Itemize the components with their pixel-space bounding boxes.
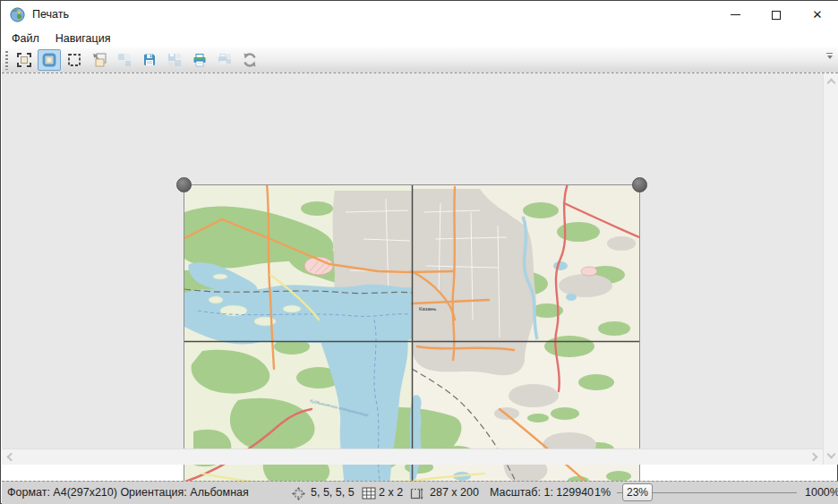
- menu-file[interactable]: Файл: [4, 30, 47, 47]
- refresh-button[interactable]: [238, 49, 261, 71]
- horizontal-scrollbar[interactable]: [2, 448, 823, 465]
- move-frame-button[interactable]: [88, 49, 111, 71]
- selection-icon: [66, 52, 82, 68]
- refresh-icon: [242, 52, 258, 68]
- move-frame-icon: [91, 52, 107, 68]
- titlebar: Печать ✕: [2, 1, 838, 29]
- grid-icon: [362, 487, 376, 500]
- print-window: Печать ✕ Файл Навигация: [0, 0, 838, 504]
- tiles-button[interactable]: [113, 49, 136, 71]
- close-icon: ✕: [812, 9, 822, 21]
- zoom-max-label: 1000%: [805, 486, 838, 499]
- globe-icon: [10, 7, 25, 22]
- save-button[interactable]: [138, 49, 161, 71]
- print-icon: [192, 52, 208, 68]
- toolbar-overflow-button[interactable]: [824, 53, 835, 67]
- save-tiles-button[interactable]: [163, 49, 186, 71]
- page-size-value: 287 x 200: [430, 486, 479, 499]
- print-tiles-icon: [217, 52, 233, 68]
- vertical-scrollbar[interactable]: [823, 73, 838, 465]
- scale-label: Масштаб: 1: 129940: [490, 486, 594, 499]
- tiles-icon: [116, 52, 133, 68]
- menu-navigation[interactable]: Навигация: [47, 30, 119, 47]
- page-frame-button[interactable]: [38, 49, 61, 71]
- save-icon: [141, 52, 158, 68]
- save-tiles-icon: [167, 52, 183, 68]
- page-size-icon: [410, 487, 423, 500]
- scroll-right-icon[interactable]: [809, 453, 818, 462]
- close-button[interactable]: ✕: [797, 1, 838, 29]
- minimize-button[interactable]: [714, 1, 756, 29]
- toolbar-grip[interactable]: [5, 51, 8, 70]
- scroll-left-icon[interactable]: [7, 453, 16, 462]
- print-area-icon: [16, 52, 32, 68]
- print-tiles-button[interactable]: [213, 49, 236, 71]
- window-title: Печать: [32, 8, 69, 21]
- toolbar: [2, 47, 838, 73]
- scroll-up-icon[interactable]: [827, 79, 836, 88]
- grid-value: 2 x 2: [379, 486, 403, 499]
- margins-icon: [292, 487, 305, 500]
- selection-button[interactable]: [63, 49, 86, 71]
- resize-handle-top-left[interactable]: [176, 177, 192, 192]
- resize-handle-top-right[interactable]: [632, 177, 647, 192]
- margins-value: 5, 5, 5, 5: [311, 486, 355, 499]
- zoom-slider-thumb[interactable]: 23%: [622, 483, 653, 501]
- map-preview-area: Казань Куйбышевское водохранилище: [2, 73, 838, 465]
- print-area-button[interactable]: [13, 49, 36, 71]
- print-button[interactable]: [188, 49, 211, 71]
- page-frame-icon: [41, 52, 57, 68]
- chevron-down-icon: [827, 56, 833, 59]
- scroll-down-icon[interactable]: [827, 450, 836, 459]
- map-label-city: Казань: [419, 306, 436, 312]
- zoom-min-label: 1%: [594, 486, 611, 499]
- menubar: Файл Навигация: [2, 29, 838, 47]
- minimize-icon: [731, 14, 740, 15]
- maximize-button[interactable]: [756, 1, 797, 29]
- maximize-icon: [772, 11, 781, 20]
- format-orientation-label: Формат: A4(297x210) Ориентация: Альбомна…: [7, 486, 249, 499]
